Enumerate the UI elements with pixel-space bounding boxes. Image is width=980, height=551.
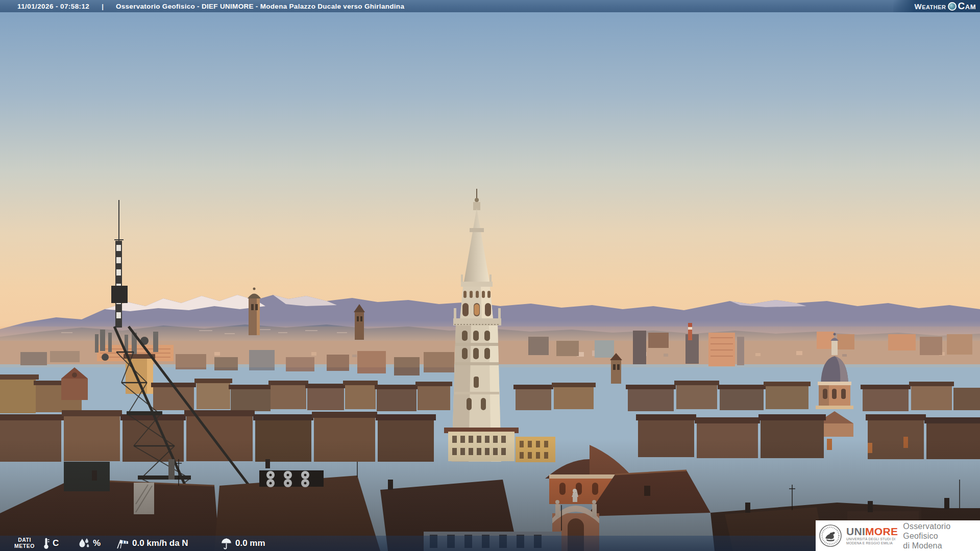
separator: | [102, 3, 104, 10]
unimore-observatory-logo[interactable]: UNIMORE UNIVERSITÀ DEGLI STUDI DI MODENA… [816, 520, 980, 551]
dati-meteo-label: DATI METEO [9, 537, 40, 549]
weathercam-logo[interactable]: Weather Cam [893, 0, 980, 12]
unimore-wordmark: UNIMORE [846, 526, 898, 537]
thermometer-icon [43, 537, 50, 549]
weathercam-circle-icon [948, 2, 957, 11]
weathercam-word2: Cam [958, 1, 976, 12]
observatory-name-line2: di Modena [903, 541, 980, 550]
webcam-image [0, 0, 980, 551]
humidity-readout: % [78, 536, 101, 551]
unimore-subtitle-line2: MODENA E REGGIO EMILIA [846, 541, 898, 545]
windsock-icon [115, 537, 129, 549]
observatory-name-line1: Osservatorio Geofisico [903, 521, 980, 541]
page-title: Osservatorio Geofisico - DIEF UNIMORE - … [116, 3, 404, 10]
unimore-subtitle-line1: UNIVERSITÀ DEGLI STUDI DI [846, 537, 898, 541]
timestamp: 11/01/2026 - 07:58:12 [17, 3, 89, 10]
status-bar: 11/01/2026 - 07:58:12 | Osservatorio Geo… [0, 0, 980, 12]
rain-readout: 0.0 mm [220, 536, 265, 551]
temperature-readout: C [43, 536, 59, 551]
weathercam-word1: Weather [914, 2, 946, 11]
unimore-seal-icon [819, 524, 842, 547]
wind-readout: 0.0 km/h da N [115, 536, 188, 551]
humidity-icon [78, 538, 90, 549]
umbrella-icon [220, 538, 232, 549]
webcam-page: 11/01/2026 - 07:58:12 | Osservatorio Geo… [0, 0, 980, 551]
